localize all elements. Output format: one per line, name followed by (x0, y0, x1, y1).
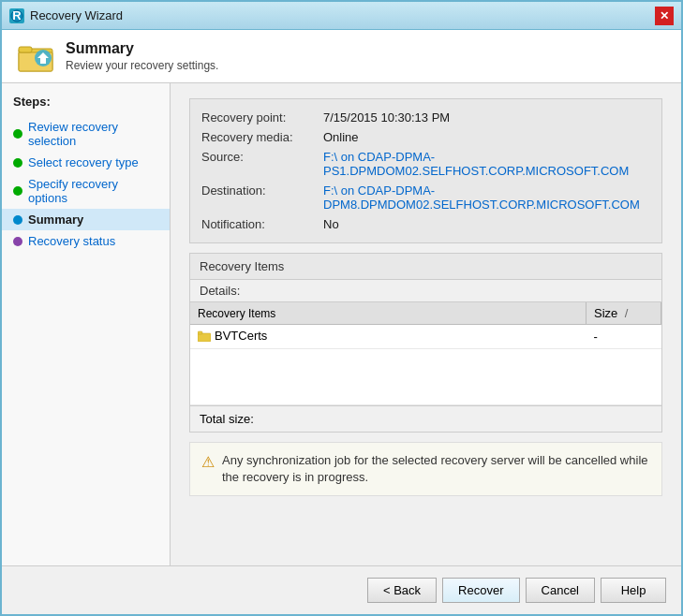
app-icon: R (9, 8, 24, 23)
svg-rect-7 (198, 333, 211, 342)
table-row: BVTCerts - (190, 325, 661, 349)
step-dot-4 (13, 215, 22, 225)
window-title: Recovery Wizard (30, 8, 123, 22)
header-text: Summary Review your recovery settings. (66, 40, 218, 72)
sidebar-item-summary[interactable]: Summary (2, 209, 170, 230)
back-button[interactable]: < Back (367, 578, 437, 603)
recovery-media-label: Recovery media: (201, 130, 323, 144)
recovery-point-label: Recovery point: (201, 110, 323, 125)
info-grid: Recovery point: 7/15/2015 10:30:13 PM Re… (189, 98, 662, 243)
warning-icon: ⚠ (201, 453, 215, 471)
recovery-items-title: Recovery Items (190, 254, 661, 280)
sidebar-item-review-label: Review recovery selection (28, 120, 158, 148)
header-section: Summary Review your recovery settings. (2, 30, 681, 83)
recovery-items-section: Recovery Items Details: Recovery Items S… (189, 253, 662, 433)
title-bar-left: R Recovery Wizard (9, 8, 123, 23)
footer: < Back Recover Cancel Help (2, 565, 681, 614)
svg-rect-8 (198, 331, 202, 334)
source-label: Source: (201, 150, 323, 178)
warning-text: Any synchronization job for the selected… (222, 452, 650, 486)
total-size-row: Total size: (190, 405, 661, 432)
sidebar-item-review[interactable]: Review recovery selection (2, 116, 170, 152)
close-button[interactable]: ✕ (655, 7, 674, 25)
sidebar-item-specify[interactable]: Specify recovery options (2, 173, 170, 209)
sidebar-item-specify-label: Specify recovery options (28, 177, 158, 205)
svg-text:R: R (12, 9, 22, 22)
warning-box: ⚠ Any synchronization job for the select… (189, 442, 662, 496)
source-value: F:\ on CDAP-DPMA-PS1.DPMDOM02.SELFHOST.C… (323, 150, 650, 178)
destination-label: Destination: (201, 183, 323, 212)
step-dot-1 (13, 129, 22, 139)
row-size: - (586, 325, 661, 349)
help-button[interactable]: Help (601, 578, 666, 603)
sidebar-item-select[interactable]: Select recovery type (2, 152, 170, 173)
col-header-items: Recovery Items (190, 302, 586, 325)
destination-value: F:\ on CDAP-DPMA-DPM8.DPMDOM02.SELFHOST.… (323, 183, 650, 212)
table-spacer-row (190, 348, 661, 404)
sidebar-item-status[interactable]: Recovery status (2, 230, 170, 252)
step-dot-3 (13, 186, 22, 196)
sidebar: Steps: Review recovery selection Select … (2, 83, 171, 565)
cancel-button[interactable]: Cancel (526, 578, 595, 603)
sidebar-item-select-label: Select recovery type (28, 155, 139, 169)
header-subtitle: Review your recovery settings. (66, 59, 218, 72)
notification-label: Notification: (201, 217, 323, 231)
step-dot-5 (13, 237, 22, 246)
sidebar-item-status-label: Recovery status (28, 234, 115, 248)
header-icon (17, 39, 54, 73)
steps-label: Steps: (2, 95, 170, 116)
recover-button[interactable]: Recover (442, 578, 519, 603)
col-header-size: Size / (586, 302, 661, 325)
recovery-point-value: 7/15/2015 10:30:13 PM (323, 110, 650, 125)
recovery-media-value: Online (323, 130, 650, 144)
title-bar: R Recovery Wizard ✕ (2, 2, 681, 30)
file-icon: BVTCerts (198, 329, 267, 343)
sidebar-item-summary-label: Summary (28, 213, 83, 227)
recovery-table: Recovery Items Size / (190, 302, 661, 405)
notification-value: No (323, 217, 650, 231)
content-area: Recovery point: 7/15/2015 10:30:13 PM Re… (171, 83, 681, 565)
recovery-wizard-window: R Recovery Wizard ✕ Summary Review your … (0, 0, 683, 616)
recovery-items-details: Details: (190, 280, 661, 302)
step-dot-2 (13, 158, 22, 168)
row-name: BVTCerts (190, 325, 586, 349)
svg-rect-4 (19, 47, 32, 52)
header-title: Summary (66, 40, 218, 57)
main-content: Steps: Review recovery selection Select … (2, 83, 681, 565)
